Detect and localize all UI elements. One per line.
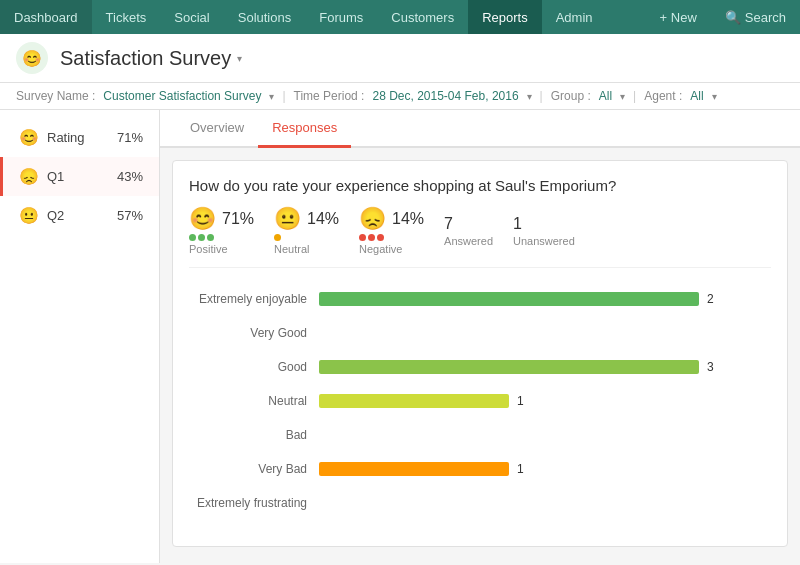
sidebar-item-q2[interactable]: 😐 Q2 57%: [0, 196, 159, 235]
stat-unanswered-num: 1: [513, 215, 522, 233]
left-sidebar: 😊 Rating 71% 😞 Q1 43% 😐 Q2 57%: [0, 110, 160, 563]
question-card: How do you rate your experience shopping…: [172, 160, 788, 547]
bar-label-2: Good: [189, 360, 319, 374]
stat-neutral: 😐 14% Neutral: [274, 206, 339, 255]
nav-forums[interactable]: Forums: [305, 0, 377, 34]
dropdown-arrow-survey[interactable]: ▾: [269, 91, 274, 102]
sidebar-q2-pct: 57%: [117, 208, 143, 223]
page-header: 😊 Satisfaction Survey ▾: [0, 34, 800, 83]
bar-track-5: 1: [319, 462, 771, 476]
time-value-dropdown[interactable]: 28 Dec, 2015-04 Feb, 2016: [372, 89, 518, 103]
nav-social[interactable]: Social: [160, 0, 223, 34]
bar-row-very-good: Very Good: [189, 322, 771, 344]
bar-fill-3: [319, 394, 509, 408]
nav-solutions[interactable]: Solutions: [224, 0, 305, 34]
bar-chart: Extremely enjoyable 2 Very Good Good: [189, 284, 771, 530]
dot-green-2: [198, 234, 205, 241]
bar-row-bad: Bad: [189, 424, 771, 446]
content-area: Overview Responses How do you rate your …: [160, 110, 800, 563]
stat-neutral-icon: 😐: [274, 206, 301, 232]
face-neutral-icon: 😐: [19, 206, 39, 225]
sidebar-q1-label: Q1: [47, 169, 64, 184]
agent-label: Agent :: [644, 89, 682, 103]
bar-track-3: 1: [319, 394, 771, 408]
stat-answered: 7 Answered: [444, 215, 493, 247]
agent-value-dropdown[interactable]: All: [690, 89, 703, 103]
title-dropdown-arrow[interactable]: ▾: [237, 53, 242, 64]
nav-customers[interactable]: Customers: [377, 0, 468, 34]
dropdown-arrow-agent[interactable]: ▾: [712, 91, 717, 102]
bar-track-2: 3: [319, 360, 771, 374]
bar-fill-2: [319, 360, 699, 374]
bar-count-5: 1: [517, 462, 524, 476]
stat-negative-icon: 😞: [359, 206, 386, 232]
survey-label: Survey Name :: [16, 89, 95, 103]
dropdown-arrow-group[interactable]: ▾: [620, 91, 625, 102]
nav-dashboard[interactable]: Dashboard: [0, 0, 92, 34]
bar-row-extremely-frustrating: Extremely frustrating: [189, 492, 771, 514]
group-label: Group :: [551, 89, 591, 103]
search-button[interactable]: 🔍 Search: [711, 0, 800, 34]
stat-positive-label: Positive: [189, 243, 228, 255]
bar-track-0: 2: [319, 292, 771, 306]
dot-green-1: [189, 234, 196, 241]
stat-positive: 😊 71% Positive: [189, 206, 254, 255]
face-positive-icon: 😊: [19, 128, 39, 147]
sidebar-q2-label: Q2: [47, 208, 64, 223]
smiley-icon: 😊: [22, 49, 42, 68]
stat-negative-pct: 14%: [392, 210, 424, 228]
new-button[interactable]: + New: [646, 0, 711, 34]
stat-unanswered-label: Unanswered: [513, 235, 575, 247]
stat-positive-pct: 71%: [222, 210, 254, 228]
page-title: Satisfaction Survey: [60, 47, 231, 70]
tab-overview[interactable]: Overview: [176, 110, 258, 148]
dot-red-2: [368, 234, 375, 241]
survey-value-dropdown[interactable]: Customer Satisfaction Survey: [103, 89, 261, 103]
sidebar-rating-pct: 71%: [117, 130, 143, 145]
bar-fill-5: [319, 462, 509, 476]
time-label: Time Period :: [294, 89, 365, 103]
bar-label-0: Extremely enjoyable: [189, 292, 319, 306]
dot-green-3: [207, 234, 214, 241]
bar-count-2: 3: [707, 360, 714, 374]
stat-positive-icon: 😊: [189, 206, 216, 232]
nav-reports[interactable]: Reports: [468, 0, 542, 34]
stat-answered-label: Answered: [444, 235, 493, 247]
tabs-bar: Overview Responses: [160, 110, 800, 148]
sidebar-rating-label: Rating: [47, 130, 85, 145]
nav-admin[interactable]: Admin: [542, 0, 607, 34]
sidebar-item-rating[interactable]: 😊 Rating 71%: [0, 118, 159, 157]
dropdown-arrow-time[interactable]: ▾: [527, 91, 532, 102]
dot-red-3: [377, 234, 384, 241]
bar-row-neutral: Neutral 1: [189, 390, 771, 412]
bar-label-5: Very Bad: [189, 462, 319, 476]
question-title: How do you rate your experience shopping…: [189, 177, 771, 194]
bar-row-very-bad: Very Bad 1: [189, 458, 771, 480]
stat-neutral-label: Neutral: [274, 243, 309, 255]
tab-responses[interactable]: Responses: [258, 110, 351, 148]
bar-label-1: Very Good: [189, 326, 319, 340]
stats-row: 😊 71% Positive 😐 14%: [189, 206, 771, 268]
bar-row-good: Good 3: [189, 356, 771, 378]
sidebar-q1-pct: 43%: [117, 169, 143, 184]
face-negative-icon: 😞: [19, 167, 39, 186]
dot-yellow-1: [274, 234, 281, 241]
stat-neutral-pct: 14%: [307, 210, 339, 228]
bar-label-6: Extremely frustrating: [189, 496, 319, 510]
bar-count-3: 1: [517, 394, 524, 408]
stat-unanswered: 1 Unanswered: [513, 215, 575, 247]
stat-answered-num: 7: [444, 215, 453, 233]
top-nav: Dashboard Tickets Social Solutions Forum…: [0, 0, 800, 34]
main-layout: 😊 Rating 71% 😞 Q1 43% 😐 Q2 57% Overview …: [0, 110, 800, 563]
sidebar-item-q1[interactable]: 😞 Q1 43%: [0, 157, 159, 196]
nav-tickets[interactable]: Tickets: [92, 0, 161, 34]
dot-red-1: [359, 234, 366, 241]
bar-row-extremely-enjoyable: Extremely enjoyable 2: [189, 288, 771, 310]
stat-negative-label: Negative: [359, 243, 402, 255]
bar-label-3: Neutral: [189, 394, 319, 408]
stat-negative: 😞 14% Negative: [359, 206, 424, 255]
bar-fill-0: [319, 292, 699, 306]
group-value-dropdown[interactable]: All: [599, 89, 612, 103]
search-icon: 🔍: [725, 10, 741, 25]
page-icon: 😊: [16, 42, 48, 74]
